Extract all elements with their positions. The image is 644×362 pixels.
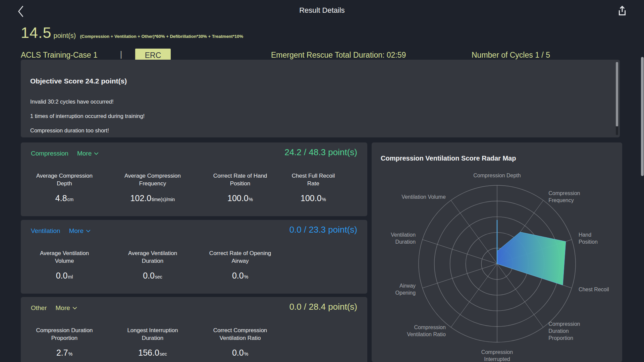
objective-score-panel: Objective Score 24.2 point(s) Invalid 30… xyxy=(21,60,620,137)
metric-longest-interruption-duration: Longest Interruption Duration 156.0sec xyxy=(109,326,196,358)
total-score-line: 14.5point(s) (Compression + Ventilation … xyxy=(21,24,243,42)
compression-score: 24.2 / 48.3 point(s) xyxy=(284,147,357,158)
other-more-button[interactable]: More xyxy=(56,304,77,312)
radar-axis-label: Compression Frequency xyxy=(548,190,588,204)
ventilation-score: 0.0 / 23.3 point(s) xyxy=(289,225,357,235)
radar-axis-label: Compression Interrupted xyxy=(472,349,522,362)
chevron-down-icon xyxy=(94,152,99,155)
objective-message: Invalid 30:2 cycles have occurred! xyxy=(30,99,114,105)
radar-axis-label: Compression Duration Proportion xyxy=(548,320,588,341)
metric-compression-ventilation-ratio: Correct Compression Ventilation Ratio 0.… xyxy=(197,326,284,358)
radar-axis-label: Ventilation Volume xyxy=(401,193,446,200)
radar-axis-label: Ventilation Duration xyxy=(380,231,416,245)
radar-map-panel: Compression Ventilation Score Radar Map … xyxy=(372,142,622,362)
total-score-unit: point(s) xyxy=(54,32,76,39)
other-section-panel: Other More 0.0 / 28.4 point(s) Compressi… xyxy=(21,297,367,362)
radar-axis-label: Hand Position xyxy=(579,231,604,245)
compression-section-panel: Compression More 24.2 / 48.3 point(s) Av… xyxy=(21,142,367,216)
total-duration-label: Emergent Rescue Total Duration: 02:59 xyxy=(271,51,406,60)
ventilation-more-button[interactable]: More xyxy=(69,227,91,235)
metric-airway-opening-rate: Correct Rate of Opening Airway 0.0% xyxy=(197,249,284,281)
result-details-page: { "header": { "title": "Result Details" … xyxy=(0,0,644,362)
radar-axis-label: Airway Opening xyxy=(387,282,416,296)
panel-scrollbar-track[interactable] xyxy=(616,126,618,135)
objective-message: Compression duration too short! xyxy=(30,127,109,134)
radar-axis-label: Chest Recoil xyxy=(579,286,609,293)
metric-avg-compression-frequency: Average Compression Frequency 102.0time(… xyxy=(109,172,196,203)
compression-more-button[interactable]: More xyxy=(77,150,99,157)
top-bar: Result Details xyxy=(0,0,644,21)
total-score-value: 14.5 xyxy=(21,24,52,41)
chevron-down-icon xyxy=(86,230,91,232)
radar-axis-label: Compression Ventilation Ratio xyxy=(406,324,446,338)
case-name: ACLS Training-Case 1 xyxy=(21,51,98,60)
radar-axis-label: Compression Depth xyxy=(473,172,521,179)
cycles-label: Number of Cycles 1 / 5 xyxy=(472,51,550,60)
section-title-ventilation: Ventilation xyxy=(31,227,60,235)
section-title-other: Other xyxy=(31,304,47,312)
objective-message: 1 times of interruption occurred during … xyxy=(30,113,145,119)
page-scrollbar-thumb[interactable] xyxy=(641,57,644,176)
metric-avg-compression-depth: Average Compression Depth 4.8cm xyxy=(21,172,108,203)
objective-score-title: Objective Score 24.2 point(s) xyxy=(30,77,127,85)
export-button[interactable] xyxy=(617,5,628,16)
chevron-down-icon xyxy=(72,307,77,309)
metric-compression-duration-proportion: Compression Duration Proportion 2.7% xyxy=(21,326,108,358)
section-title-compression: Compression xyxy=(31,150,68,157)
panel-scrollbar-thumb[interactable] xyxy=(616,62,618,126)
metric-avg-ventilation-volume: Average Ventilation Volume 0.0ml xyxy=(21,249,108,281)
metric-chest-recoil-rate: Chest Full Recoil Rate 100.0% xyxy=(270,172,357,203)
share-export-icon xyxy=(617,5,627,16)
meta-divider: | xyxy=(120,50,122,59)
other-score: 0.0 / 28.4 point(s) xyxy=(289,302,357,312)
page-title: Result Details xyxy=(0,6,644,15)
metric-avg-ventilation-duration: Average Ventilation Duration 0.0sec xyxy=(109,249,196,281)
score-formula: (Compression + Ventilation + Other)*60% … xyxy=(80,34,243,39)
ventilation-section-panel: Ventilation More 0.0 / 23.3 point(s) Ave… xyxy=(21,220,367,294)
